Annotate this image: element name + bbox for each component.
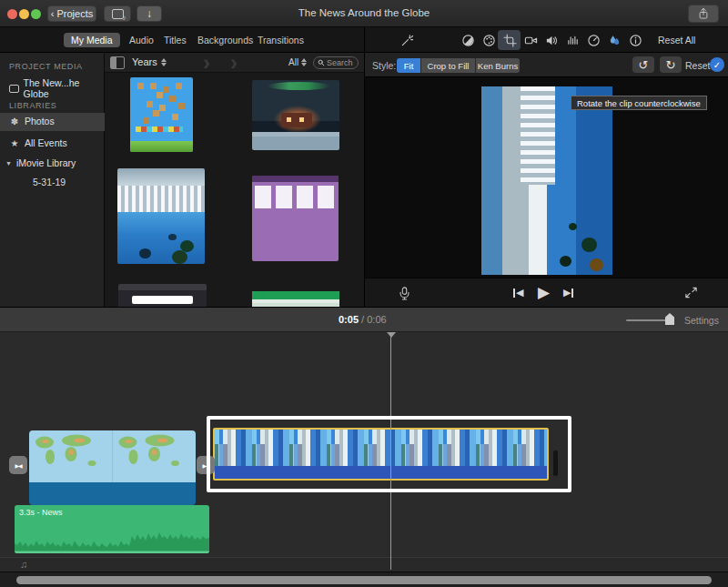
game-score-art <box>136 127 183 132</box>
group-by-dropdown[interactable]: Years <box>132 56 167 67</box>
imovie-window: ‹ Projects ♪ ↓ The News Around the Globe… <box>0 0 728 587</box>
fullscreen-button[interactable] <box>683 285 699 300</box>
audio-clip-label: 3.3s - News <box>19 508 63 517</box>
project-film-icon <box>9 85 19 93</box>
media-thumbnail-purple-board[interactable] <box>252 176 339 261</box>
total-time: 0:06 <box>367 314 386 325</box>
microphone-icon <box>398 285 411 302</box>
media-thumbnail-cabin[interactable] <box>252 80 339 150</box>
all-events-label: All Events <box>25 137 67 148</box>
play-button[interactable]: ▶ <box>538 283 550 302</box>
adjustments-bar: Reset All <box>364 27 728 53</box>
filter-dropdown[interactable]: All <box>288 57 307 67</box>
world-map-art <box>29 430 196 505</box>
search-field[interactable] <box>313 56 359 69</box>
dark-window-searchbar-art <box>132 296 194 304</box>
tab-titles[interactable]: Titles <box>157 33 194 47</box>
world-map-video-clip[interactable] <box>29 430 196 505</box>
sort-updown-icon <box>161 58 167 66</box>
rocks-art <box>569 223 577 230</box>
sidebar-item-imovie-library[interactable]: ▼ iMovie Library <box>5 157 76 168</box>
share-icon <box>697 7 710 20</box>
libraries-sidebar: PROJECT MEDIA The New...he Globe LIBRARI… <box>0 53 105 309</box>
playhead[interactable] <box>390 335 391 570</box>
tab-my-media[interactable]: My Media <box>64 33 120 47</box>
color-balance-icon[interactable] <box>460 33 475 47</box>
clip-trim-handle[interactable] <box>553 450 558 476</box>
timeline-zoom-slider[interactable] <box>626 319 668 321</box>
sidebar-item-event-date[interactable]: 5-31-19 <box>33 177 66 187</box>
purple-titlebar-art <box>252 176 339 182</box>
aurora-art <box>268 82 330 90</box>
timeline: ▶◀ ▶◀ 3.3s - News ♫ <box>0 332 728 572</box>
transition-right-icon[interactable]: ▶◀ <box>197 456 215 474</box>
volume-icon[interactable] <box>544 33 559 47</box>
cascade-art <box>521 86 554 185</box>
photos-label: Photos <box>25 116 55 127</box>
browser-header: Years › › All <box>105 53 364 73</box>
chevron-separator-icon: › <box>230 53 238 76</box>
window-title: The News Around the Globe <box>0 7 728 18</box>
enhance-wand-icon[interactable] <box>399 33 414 47</box>
selected-waterfall-clip[interactable] <box>213 428 549 481</box>
time-display: 0:05 / 0:06 <box>339 314 387 325</box>
speed-icon[interactable] <box>586 33 601 47</box>
sidebar-item-photos[interactable]: ✽ Photos <box>0 113 105 131</box>
dark-window-chrome-art <box>118 284 207 290</box>
video-effects-icon[interactable] <box>607 33 622 47</box>
filter-updown-icon <box>301 58 307 66</box>
skip-back-button[interactable]: ◀ <box>513 287 523 299</box>
style-label: Style: <box>372 60 396 71</box>
style-crop-to-fill-button[interactable]: Crop to Fill <box>421 58 476 73</box>
sidebar-item-project[interactable]: The New...he Globe <box>9 77 104 99</box>
media-thumbnail-waterfall[interactable] <box>117 168 205 264</box>
media-thumbnail-dark-window[interactable] <box>118 284 207 309</box>
game-blocks-art <box>137 83 144 89</box>
news-audio-clip[interactable]: 3.3s - News <box>15 505 209 553</box>
color-correction-icon[interactable] <box>481 33 496 47</box>
viewer-preview: Rotate the clip counterclockwise <box>364 77 728 278</box>
tab-transitions[interactable]: Transitions <box>250 33 311 47</box>
search-input[interactable] <box>327 58 358 67</box>
tab-audio[interactable]: Audio <box>122 33 161 47</box>
style-reset-button[interactable]: Reset <box>685 60 710 71</box>
horizontal-scrollbar[interactable] <box>16 576 712 584</box>
audio-waveform-art <box>15 524 209 553</box>
project-media-header: PROJECT MEDIA <box>9 62 83 71</box>
skip-forward-icon: ▶ <box>563 287 571 299</box>
current-time: 0:05 <box>339 314 359 325</box>
crop-icon[interactable] <box>502 33 517 47</box>
photos-flower-icon: ✽ <box>9 116 20 127</box>
transition-left-icon[interactable]: ▶◀ <box>9 456 27 474</box>
style-ken-burns-button[interactable]: Ken Burns <box>476 58 520 73</box>
share-button[interactable] <box>688 5 719 23</box>
rotate-clockwise-button[interactable]: ↻ <box>660 56 682 73</box>
media-tabs-bar: My Media Audio Titles Backgrounds Transi… <box>0 27 364 53</box>
rocks-art <box>168 234 177 240</box>
title-bar: ‹ Projects ♪ ↓ The News Around the Globe <box>0 0 728 27</box>
waterfall-art <box>117 186 205 212</box>
style-fit-button[interactable]: Fit <box>397 58 421 73</box>
play-icon: ▶ <box>538 283 550 302</box>
playhead-handle-icon[interactable] <box>387 332 396 338</box>
reset-all-button[interactable]: Reset All <box>658 35 695 46</box>
check-icon: ✓ <box>713 60 721 70</box>
zoom-slider-thumb[interactable] <box>665 313 674 325</box>
media-thumbnail-game[interactable] <box>130 77 193 152</box>
libraries-header: LIBRARIES <box>9 101 56 110</box>
rotate-counterclockwise-button[interactable]: ↺ <box>632 56 654 73</box>
info-icon[interactable] <box>628 33 642 47</box>
skip-forward-button[interactable]: ▶ <box>563 287 573 299</box>
time-separator: / <box>359 314 367 325</box>
background-music-well[interactable]: ♫ <box>0 557 728 572</box>
sidebar-toggle-icon[interactable] <box>110 56 125 69</box>
stabilization-icon[interactable] <box>523 33 538 47</box>
sidebar-item-all-events[interactable]: ★ All Events <box>9 137 67 148</box>
apply-check-button[interactable]: ✓ <box>710 57 724 72</box>
voiceover-mic-button[interactable] <box>396 283 412 303</box>
equalizer-icon[interactable] <box>565 33 580 47</box>
timeline-settings-button[interactable]: Settings <box>684 315 719 326</box>
cabin-house-art <box>281 113 312 127</box>
disclosure-triangle-icon[interactable]: ▼ <box>5 160 12 167</box>
preview-rotated-waterfall-image[interactable] <box>481 86 612 275</box>
